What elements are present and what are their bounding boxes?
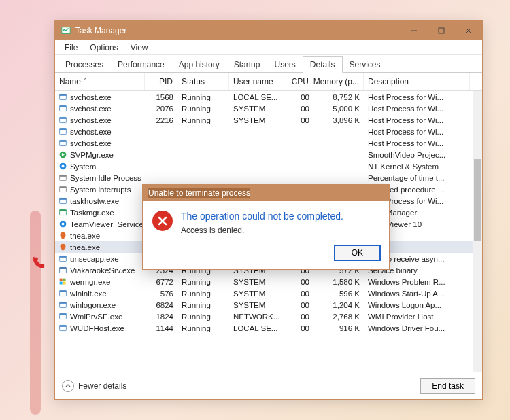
svg-rect-32 (59, 267, 66, 268)
col-memory-p-[interactable]: Memory (p... (313, 73, 364, 90)
process-icon (58, 254, 67, 264)
svg-rect-20 (59, 175, 66, 176)
tab-details[interactable]: Details (303, 56, 343, 73)
scroll-thumb[interactable] (474, 159, 481, 241)
svg-rect-26 (59, 209, 66, 211)
table-row[interactable]: svchost.exeHost Process for Wi... (55, 137, 482, 149)
process-name: ViakaraokeSrv.exe (70, 266, 135, 275)
tab-services[interactable]: Services (342, 56, 388, 72)
process-name: System interrupts (70, 186, 131, 194)
table-row[interactable]: svchost.exe2216RunningSYSTEM003,896 KHos… (55, 114, 482, 126)
process-icon (58, 127, 67, 137)
error-icon (152, 211, 173, 231)
process-name: svchost.exe (70, 116, 112, 124)
process-icon (58, 277, 67, 287)
svg-rect-44 (59, 325, 66, 326)
process-name: WmiPrvSE.exe (70, 313, 122, 321)
menu-view[interactable]: View (125, 41, 154, 54)
window-title: Task Manager (75, 26, 126, 35)
process-icon (58, 220, 67, 229)
close-button[interactable] (455, 21, 482, 40)
process-name: TeamViewer_Service... (70, 220, 145, 228)
svg-rect-24 (59, 198, 66, 199)
svg-rect-2 (439, 28, 444, 33)
minimize-button[interactable] (401, 21, 428, 40)
process-name: thea.exe (70, 232, 100, 240)
dialog-subtext: Access is denied. (181, 226, 343, 235)
fewer-details-button[interactable]: Fewer details (62, 380, 126, 392)
table-row[interactable]: svchost.exe1568RunningLOCAL SE...008,752… (55, 91, 482, 103)
col-description[interactable]: Description (364, 73, 470, 90)
col-name[interactable]: Name˄ (55, 73, 145, 90)
process-icon (58, 150, 67, 160)
process-icon (58, 104, 67, 113)
svg-rect-40 (59, 302, 66, 303)
svg-point-18 (61, 164, 64, 167)
svg-rect-36 (63, 282, 65, 285)
svg-rect-34 (63, 279, 65, 281)
dialog-titlebar[interactable]: Unable to terminate process (143, 185, 389, 201)
table-row[interactable]: wermgr.exe6772RunningSYSTEM001,580 KWind… (55, 276, 482, 287)
tab-startup[interactable]: Startup (226, 56, 268, 72)
svg-rect-35 (59, 282, 62, 285)
svg-rect-6 (59, 94, 66, 95)
process-icon (58, 162, 67, 171)
col-pid[interactable]: PID (145, 73, 177, 90)
process-name: SVPMgr.exe (70, 151, 114, 159)
scrollbar[interactable] (473, 91, 482, 372)
svg-rect-42 (59, 313, 66, 315)
col-cpu[interactable]: CPU (286, 73, 313, 90)
ok-button[interactable]: OK (334, 245, 381, 261)
svg-rect-33 (59, 279, 62, 281)
column-headers: Name˄PIDStatusUser nameCPUMemory (p...De… (55, 73, 482, 91)
fewer-details-label: Fewer details (78, 381, 126, 391)
table-row[interactable]: SystemNT Kernel & System (55, 160, 482, 172)
svg-rect-8 (59, 105, 66, 107)
table-row[interactable]: WUDFHost.exe1144RunningLOCAL SE...00916 … (55, 322, 482, 334)
process-name: System (70, 162, 96, 171)
menu-options[interactable]: Options (84, 41, 123, 54)
bg-phone-icon (31, 256, 46, 270)
col-status[interactable]: Status (177, 73, 229, 90)
svg-rect-14 (59, 140, 66, 141)
process-name: winlogon.exe (70, 301, 116, 309)
process-icon (58, 243, 67, 252)
table-row[interactable]: svchost.exeHost Process for Wi... (55, 126, 482, 137)
process-icon (58, 231, 67, 241)
process-name: System Idle Process (70, 174, 141, 182)
svg-rect-22 (59, 186, 66, 188)
process-icon (58, 139, 67, 148)
process-icon (58, 185, 67, 194)
process-name: unsecapp.exe (70, 255, 119, 263)
chevron-up-icon (62, 380, 74, 392)
sort-asc-icon: ˄ (84, 77, 87, 84)
dialog-title: Unable to terminate process (148, 188, 250, 198)
tab-performance[interactable]: Performance (110, 56, 172, 72)
col-user-name[interactable]: User name (229, 73, 286, 90)
content-area: Name˄PIDStatusUser nameCPUMemory (p...De… (55, 73, 482, 372)
svg-rect-30 (59, 256, 66, 257)
tabstrip: ProcessesPerformanceApp historyStartupUs… (55, 55, 482, 73)
tab-users[interactable]: Users (267, 56, 303, 72)
process-name: svchost.exe (70, 139, 112, 147)
process-name: wermgr.exe (70, 278, 110, 286)
table-row[interactable]: System Idle ProcessPercentage of time t.… (55, 172, 482, 183)
table-row[interactable]: SVPMgr.exeSmoothVideo Projec... (55, 149, 482, 160)
tab-processes[interactable]: Processes (58, 56, 111, 72)
process-icon (58, 116, 67, 125)
table-row[interactable]: WmiPrvSE.exe1824RunningNETWORK...002,768… (55, 311, 482, 322)
table-row[interactable]: winlogon.exe6824RunningSYSTEM001,204 KWi… (55, 299, 482, 311)
process-icon (58, 289, 67, 298)
process-name: WUDFHost.exe (70, 324, 124, 332)
end-task-button[interactable]: End task (420, 378, 475, 394)
process-icon (58, 92, 67, 102)
table-row[interactable]: svchost.exe2076RunningSYSTEM005,000 KHos… (55, 103, 482, 114)
maximize-button[interactable] (428, 21, 455, 40)
titlebar[interactable]: Task Manager (55, 21, 482, 40)
tab-app-history[interactable]: App history (171, 56, 227, 72)
menu-file[interactable]: File (59, 41, 83, 54)
process-name: wininit.exe (70, 290, 107, 298)
process-name: svchost.exe (70, 128, 112, 136)
process-name: svchost.exe (70, 105, 112, 113)
table-row[interactable]: wininit.exe576RunningSYSTEM00596 KWindow… (55, 287, 482, 299)
